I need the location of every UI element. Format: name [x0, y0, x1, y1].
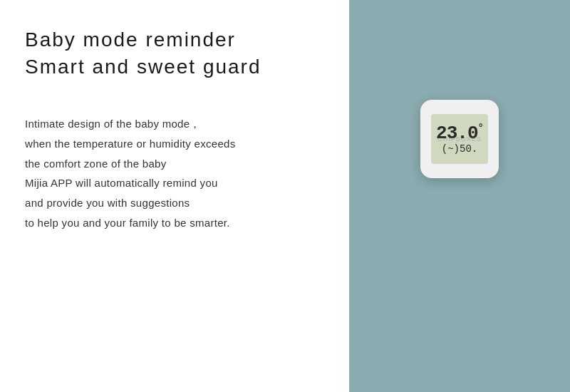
desc-line-5: and provide you with suggestions [25, 193, 324, 213]
title-line2: Smart and sweet guard [25, 56, 324, 78]
humidity-display: (~)50. [442, 143, 477, 155]
watermark: CHIPBOXES [437, 135, 482, 143]
left-panel: Baby mode reminder Smart and sweet guard… [0, 0, 349, 392]
description-block: Intimate design of the baby mode， when t… [25, 114, 324, 233]
desc-line-4: Mijia APP will automatically remind you [25, 173, 324, 193]
desc-line-2: when the temperature or humidity exceeds [25, 134, 324, 154]
desc-line-3: the comfort zone of the baby [25, 154, 324, 174]
desc-line-6: to help you and your family to be smarte… [25, 213, 324, 233]
desc-line-1: Intimate design of the baby mode， [25, 114, 324, 134]
right-panel: 23.0° (~)50. CHIPBOXES [349, 0, 570, 392]
title-line1: Baby mode reminder [25, 29, 324, 51]
title-block: Baby mode reminder Smart and sweet guard [25, 29, 324, 78]
device-container: 23.0° (~)50. CHIPBOXES [420, 100, 499, 178]
temp-unit: ° [478, 123, 483, 134]
thermometer-device: 23.0° (~)50. CHIPBOXES [420, 100, 499, 178]
